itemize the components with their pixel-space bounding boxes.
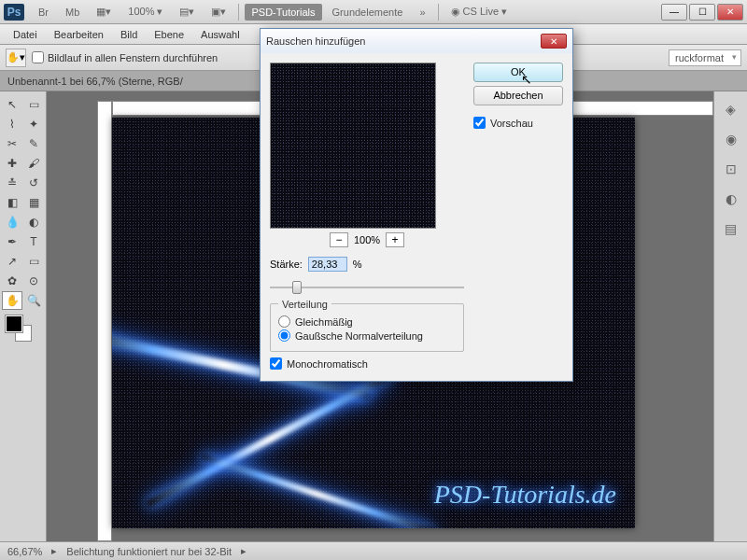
healing-tool-icon[interactable]: ✚ [2,154,22,173]
print-format-dropdown[interactable]: ruckformat [669,49,741,66]
workspace-more-icon[interactable]: » [413,4,431,21]
status-chevron-icon[interactable]: ▸ [241,545,247,557]
foreground-swatch[interactable] [6,315,22,332]
blur-tool-icon[interactable]: 💧 [2,213,22,231]
amount-label: Stärke: [270,259,303,270]
workspace-tab-grundelemente[interactable]: Grundelemente [326,4,410,21]
toolbox: ↖ ▭ ⌇ ✦ ✂ ✎ ✚ 🖌 ≛ ↺ ◧ ▦ 💧 ◐ ✒ T ↗ ▭ ✿ ⊙ … [0,91,47,541]
scroll-all-windows-checkbox[interactable]: Bildlauf in allen Fenstern durchführen [32,51,218,63]
crop-tool-icon[interactable]: ✂ [2,134,22,153]
eraser-tool-icon[interactable]: ◧ [2,193,22,212]
distribution-group: Verteilung Gleichmäßig Gaußsche Normalve… [270,303,464,352]
distribution-legend: Verteilung [278,299,331,310]
menu-ebene[interactable]: Ebene [147,27,191,42]
menu-bild[interactable]: Bild [113,27,145,42]
amount-unit: % [353,259,362,270]
gradient-tool-icon[interactable]: ▦ [23,193,44,212]
type-tool-icon[interactable]: T [23,232,44,251]
status-chevron-icon[interactable]: ▸ [51,545,57,557]
zoom-out-button[interactable]: − [330,232,348,247]
path-select-tool-icon[interactable]: ↗ [2,252,22,271]
camera-tool-icon[interactable]: ⊙ [23,272,44,290]
view-extras-icon[interactable]: ▦▾ [90,3,118,21]
cancel-button[interactable]: Abbrechen [473,86,563,105]
bridge-button[interactable]: Br [32,4,55,21]
distribution-gaussian-radio[interactable]: Gaußsche Normalverteilung [278,329,456,342]
move-tool-icon[interactable]: ↖ [2,95,22,114]
scroll-all-windows-label: Bildlauf in allen Fenstern durchführen [48,52,218,63]
dialog-preview[interactable] [270,63,436,229]
add-noise-dialog: Rauschen hinzufügen ✕ − 100% + Stärke: % [260,28,573,382]
paths-panel-icon[interactable]: ⊡ [720,159,742,179]
adjustments-panel-icon[interactable]: ◐ [720,189,742,209]
marquee-tool-icon[interactable]: ▭ [23,95,44,114]
minimize-button[interactable]: — [661,4,687,21]
preview-checkbox[interactable]: Vorschau [473,117,563,129]
hand-tool-icon[interactable]: ✋ [2,291,22,310]
3d-tool-icon[interactable]: ✿ [2,272,22,290]
hand-tool-preset-icon[interactable]: ✋▾ [6,49,26,67]
dialog-title: Rauschen hinzufügen [266,35,365,47]
dialog-close-button[interactable]: ✕ [541,34,567,49]
distribution-uniform-radio[interactable]: Gleichmäßig [278,315,456,328]
ruler-vertical [97,101,112,541]
menu-bearbeiten[interactable]: Bearbeiten [47,27,111,42]
workspace-tab-psd-tutorials[interactable]: PSD-Tutorials [245,4,321,21]
app-logo-icon: Ps [4,4,24,21]
stamp-tool-icon[interactable]: ≛ [2,174,22,192]
color-swatches[interactable] [2,315,44,349]
amount-input[interactable] [308,257,347,272]
status-message: Belichtung funktioniert nur bei 32-Bit [66,546,232,557]
maximize-button[interactable]: ☐ [689,4,715,21]
menu-auswahl[interactable]: Auswahl [193,27,247,42]
menu-datei[interactable]: Datei [6,27,45,42]
watermark-text: PSD-Tutorials.de [434,480,616,510]
slider-thumb[interactable] [292,281,302,294]
history-panel-icon[interactable]: ▤ [720,218,742,239]
dodge-tool-icon[interactable]: ◐ [23,213,44,231]
right-panel-dock: ◈ ◉ ⊡ ◐ ▤ [713,91,747,541]
ok-button[interactable]: OK ↖ [473,63,563,82]
monochromatic-checkbox[interactable]: Monochromatisch [270,357,464,370]
layers-panel-icon[interactable]: ◈ [720,99,742,119]
pen-tool-icon[interactable]: ✒ [2,232,22,251]
amount-slider[interactable] [270,279,464,296]
arrange-icon[interactable]: ▤▾ [173,3,201,21]
minibridge-button[interactable]: Mb [59,4,86,21]
lasso-tool-icon[interactable]: ⌇ [2,115,22,133]
status-zoom[interactable]: 66,67% [7,546,42,557]
brush-tool-icon[interactable]: 🖌 [23,154,44,173]
statusbar: 66,67% ▸ Belichtung funktioniert nur bei… [0,541,747,560]
dialog-titlebar[interactable]: Rauschen hinzufügen ✕ [261,29,572,53]
close-button[interactable]: ✕ [717,4,743,21]
screen-mode-icon[interactable]: ▣▾ [204,3,233,21]
zoom-in-button[interactable]: + [386,232,404,247]
preview-zoom-label: 100% [354,234,380,245]
history-brush-tool-icon[interactable]: ↺ [23,174,44,192]
wand-tool-icon[interactable]: ✦ [23,115,44,133]
channels-panel-icon[interactable]: ◉ [720,129,742,149]
zoom-level[interactable]: 100% ▾ [121,3,169,21]
app-titlebar: Ps Br Mb ▦▾ 100% ▾ ▤▾ ▣▾ PSD-Tutorials G… [0,0,747,24]
cslive-button[interactable]: ◉ CS Live ▾ [444,3,514,21]
shape-tool-icon[interactable]: ▭ [23,252,44,271]
eyedropper-tool-icon[interactable]: ✎ [23,134,44,153]
zoom-tool-icon[interactable]: 🔍 [23,291,44,310]
